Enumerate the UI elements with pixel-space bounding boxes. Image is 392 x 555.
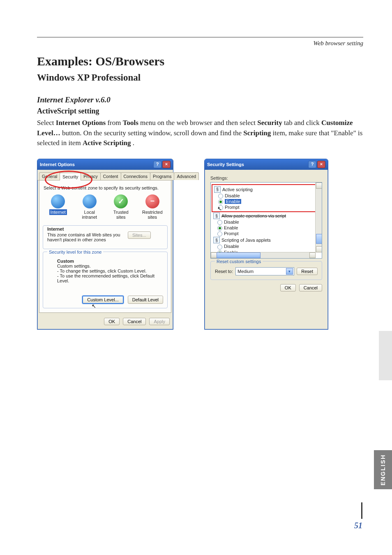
close-icon[interactable]: × — [317, 161, 325, 168]
tree-option[interactable]: Enable — [224, 225, 238, 230]
tab-programs[interactable]: Programs — [150, 172, 175, 180]
cursor-icon: ↖ — [217, 206, 222, 212]
cursor-icon: ↖ — [92, 303, 96, 309]
combo-value: Medium — [238, 269, 254, 274]
close-icon[interactable]: × — [162, 161, 171, 168]
reset-custom-settings-box: Reset custom settings Reset to: Medium ▾… — [210, 261, 322, 280]
scrollbar-thumb[interactable] — [217, 252, 261, 258]
zone-trusted-sites[interactable]: ✓ Trusted sites — [109, 194, 133, 220]
text: button. On the security setting window, … — [62, 129, 243, 137]
tab-privacy[interactable]: Privacy — [81, 172, 100, 180]
text: Select — [37, 119, 56, 127]
footer-divider — [361, 502, 362, 519]
text: . — [133, 139, 134, 147]
tab-security[interactable]: Security — [60, 173, 81, 180]
tree-option[interactable]: Disable — [224, 220, 239, 224]
custom-line: - To use the recommended settings, click… — [57, 273, 163, 283]
custom-line: Custom settings. — [57, 264, 163, 268]
reset-button[interactable]: Reset — [297, 268, 318, 275]
body-paragraph: Select Internet Options from Tools menu … — [37, 118, 363, 148]
custom-line: - To change the settings, click Custom L… — [57, 268, 163, 273]
zone-internet[interactable]: Internet — [46, 194, 70, 220]
annotation-red-box-active-scripting: §Active scripting Disable Enable Prompt … — [212, 184, 321, 212]
heading-h2: Windows XP Professional — [37, 72, 363, 83]
scrollbar-thumb[interactable] — [316, 234, 322, 244]
default-level-button[interactable]: Default Level — [128, 296, 163, 304]
zone-label: Internet — [49, 209, 67, 215]
help-icon[interactable]: ? — [308, 161, 316, 168]
security-level-box: Security level for this zone Custom Cust… — [43, 252, 168, 308]
text-bold: Security — [257, 119, 282, 127]
tab-general[interactable]: General — [39, 172, 60, 180]
zone-description-box: Internet This zone contains all Web site… — [43, 225, 168, 249]
globe-icon — [51, 194, 65, 208]
script-icon: § — [214, 186, 221, 193]
settings-listbox[interactable]: §Active scripting Disable Enable Prompt … — [210, 182, 322, 259]
tree-option[interactable]: Enable — [225, 199, 241, 204]
zone-restricted-sites[interactable]: − Restricted sites — [141, 194, 165, 220]
chevron-down-icon[interactable]: ▾ — [286, 268, 293, 275]
scrollbar-horizontal[interactable] — [211, 252, 316, 258]
page-number: 51 — [354, 521, 362, 530]
tree-option[interactable]: Prompt — [224, 231, 238, 236]
tree-option[interactable]: Disable — [224, 244, 239, 249]
zone-name: Internet — [47, 227, 163, 231]
zone-description: This zone contains all Web sites you hav… — [47, 232, 125, 242]
text-bold: Scripting — [243, 129, 271, 137]
header-section: Web browser setting — [37, 40, 363, 47]
reset-to-combo[interactable]: Medium ▾ — [235, 267, 294, 275]
zone-instruction: Select a Web content zone to specify its… — [44, 185, 168, 190]
zone-label: Local intranet — [82, 210, 97, 220]
cancel-button[interactable]: Cancel — [123, 318, 146, 325]
check-circle-icon: ✓ — [114, 194, 128, 208]
radio[interactable] — [218, 194, 223, 199]
radio[interactable] — [217, 231, 222, 236]
heading-h1: Examples: OS/Browsers — [37, 54, 363, 68]
security-settings-dialog: Security Settings ? × Settings: §Active … — [204, 159, 328, 330]
radio[interactable] — [217, 245, 222, 250]
tab-advanced[interactable]: Advanced — [174, 172, 199, 180]
tree-head: Scripting of Java applets — [221, 238, 271, 243]
text-bold: Active Scripting — [83, 139, 131, 147]
ok-button[interactable]: OK — [104, 318, 120, 325]
tab-connections[interactable]: Connections — [121, 172, 150, 180]
custom-head: Custom — [57, 259, 163, 264]
text-bold: Internet Options — [56, 119, 106, 127]
reset-to-label: Reset to: — [215, 269, 233, 274]
radio-selected[interactable] — [218, 199, 223, 204]
zone-label: Restricted sites — [142, 210, 163, 220]
language-tab: ENGLISH — [374, 450, 392, 489]
legend: Security level for this zone — [47, 250, 103, 254]
text: tab and click — [284, 119, 321, 127]
text: menu on the web browser and then select — [140, 119, 257, 127]
cancel-button[interactable]: Cancel — [299, 284, 322, 291]
script-icon: § — [213, 213, 220, 219]
side-gray-tab — [379, 331, 392, 380]
script-icon: § — [213, 237, 220, 243]
zone-label: Trusted sites — [113, 210, 129, 220]
custom-level-button[interactable]: Custom Level... — [82, 296, 123, 304]
tab-content[interactable]: Content — [100, 172, 121, 180]
scrollbar-vertical[interactable] — [315, 183, 322, 252]
minus-circle-icon: − — [145, 194, 159, 208]
settings-label: Settings: — [210, 176, 322, 180]
dialog-title: Internet Options — [40, 162, 75, 167]
dialog-title: Security Settings — [207, 162, 244, 167]
ok-button[interactable]: OK — [280, 284, 296, 291]
tree-option[interactable]: Prompt — [225, 205, 239, 210]
tab-strip: General Security Privacy Content Connect… — [37, 170, 173, 180]
tree-option[interactable]: Disable — [225, 193, 240, 198]
sites-button[interactable]: Sites... — [128, 231, 151, 239]
internet-options-dialog: Internet Options ? × General Security Pr… — [37, 159, 173, 330]
text-bold: Tools — [123, 119, 138, 127]
radio[interactable] — [217, 220, 222, 225]
zone-local-intranet[interactable]: Local intranet — [78, 194, 102, 220]
help-icon[interactable]: ? — [153, 161, 161, 168]
legend: Reset custom settings — [215, 259, 263, 264]
apply-button[interactable]: Apply — [149, 318, 170, 325]
radio-selected[interactable] — [217, 226, 222, 231]
tree-head: Active scripting — [222, 187, 253, 192]
globe-icon — [83, 194, 97, 208]
heading-h4: ActiveScript setting — [37, 107, 363, 116]
text: from — [107, 119, 122, 127]
